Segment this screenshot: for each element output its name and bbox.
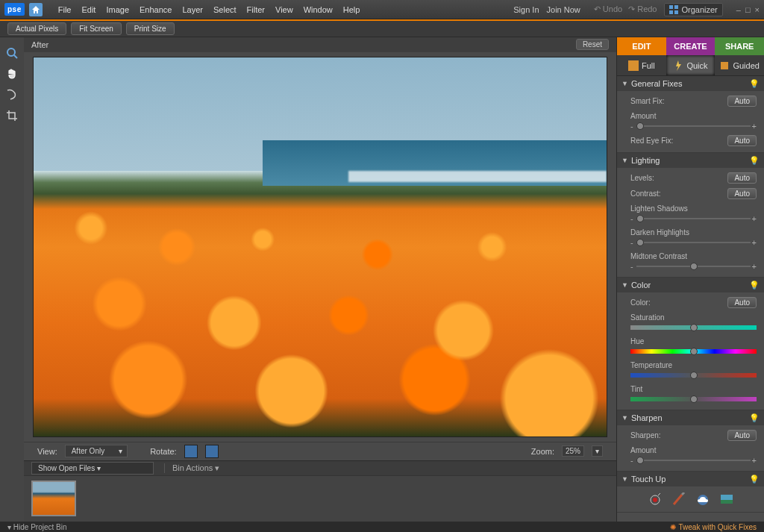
bulb-icon[interactable]: 💡 — [749, 413, 760, 423]
view-value: After Only — [72, 447, 104, 455]
section-header-lighting[interactable]: ▼Lighting💡 — [617, 153, 764, 168]
joinnow-link[interactable]: Join Now — [547, 5, 580, 14]
redeye-label: Red Eye Fix: — [630, 137, 723, 145]
bulb-icon[interactable]: 💡 — [749, 281, 760, 290]
section-header-sharpen[interactable]: ▼Sharpen💡 — [617, 410, 764, 425]
show-open-files-dropdown[interactable]: Show Open Files ▾ — [31, 462, 154, 475]
bulb-icon[interactable]: 💡 — [749, 156, 760, 166]
section-sharpen: ▼Sharpen💡 Sharpen:Auto Amount -+ — [617, 410, 764, 472]
color-label: Color: — [630, 298, 723, 307]
menu-window[interactable]: Window — [298, 5, 338, 14]
menu-edit[interactable]: Edit — [76, 5, 101, 14]
contrast-auto-button[interactable]: Auto — [727, 188, 757, 199]
lighten-label: Lighten Shadows — [630, 204, 688, 213]
redeye-tool-icon[interactable] — [648, 492, 663, 506]
sharpen-slider[interactable]: -+ — [630, 456, 757, 465]
organizer-button[interactable]: Organizer — [664, 3, 722, 16]
rotate-right-button[interactable] — [205, 445, 219, 458]
fit-screen-button[interactable]: Fit Screen — [71, 22, 122, 35]
mode-guided[interactable]: Guided — [715, 55, 764, 75]
canvas-label: After — [31, 40, 48, 49]
tool-column — [0, 37, 24, 522]
sharpen-title: Sharpen — [631, 413, 663, 422]
actual-pixels-button[interactable]: Actual Pixels — [7, 22, 66, 35]
zoom-label: Zoom: — [531, 447, 554, 456]
mode-full[interactable]: Full — [617, 55, 666, 75]
menu-file[interactable]: File — [53, 5, 77, 14]
sharpen-auto-button[interactable]: Auto — [727, 430, 757, 441]
tab-edit[interactable]: EDIT — [617, 37, 666, 55]
menu-select[interactable]: Select — [208, 5, 242, 14]
reset-button[interactable]: Reset — [576, 39, 609, 50]
midtone-slider[interactable]: -+ — [630, 262, 757, 271]
svg-rect-1 — [674, 5, 678, 9]
project-bin — [24, 475, 616, 522]
rotate-left-button[interactable] — [184, 445, 198, 458]
section-general-fixes: ▼General Fixes💡 Smart Fix:Auto Amount -+… — [617, 76, 764, 153]
minimize-button[interactable]: – — [736, 5, 741, 14]
midtone-label: Midtone Contrast — [630, 252, 687, 260]
mode-quick-label: Quick — [686, 61, 707, 70]
levels-label: Levels: — [630, 174, 723, 182]
view-label: View: — [37, 447, 57, 456]
darken-slider[interactable]: -+ — [630, 238, 757, 247]
menu-view[interactable]: View — [270, 5, 298, 14]
menu-enhance[interactable]: Enhance — [134, 5, 177, 14]
tab-share[interactable]: SHARE — [715, 37, 764, 55]
black-white-tool-icon[interactable] — [719, 492, 734, 506]
section-header-color[interactable]: ▼Color💡 — [617, 278, 764, 292]
bin-thumbnail[interactable] — [31, 481, 76, 516]
mode-quick[interactable]: Quick — [666, 55, 716, 75]
home-icon[interactable] — [29, 3, 43, 16]
hand-tool-icon[interactable] — [5, 67, 19, 81]
menu-layer[interactable]: Layer — [177, 5, 208, 14]
tint-slider[interactable] — [630, 395, 757, 404]
general-title: General Fixes — [631, 79, 682, 88]
menu-filter[interactable]: Filter — [242, 5, 270, 14]
section-header-general[interactable]: ▼General Fixes💡 — [617, 76, 764, 91]
sharpen-label: Sharpen: — [630, 431, 723, 439]
blue-sky-tool-icon[interactable] — [695, 492, 710, 506]
temperature-slider[interactable] — [630, 371, 757, 380]
close-button[interactable]: × — [755, 5, 760, 14]
lighten-slider[interactable]: -+ — [630, 214, 757, 223]
smartfix-auto-button[interactable]: Auto — [727, 96, 757, 107]
smartfix-amount-slider[interactable]: -+ — [630, 122, 757, 131]
hide-bin-toggle[interactable]: ▾ Hide Project Bin — [7, 523, 66, 531]
temperature-label: Temperature — [630, 361, 672, 369]
signin-link[interactable]: Sign In — [513, 5, 539, 14]
svg-point-4 — [7, 48, 15, 56]
bulb-icon[interactable]: 💡 — [749, 79, 760, 89]
maximize-button[interactable]: □ — [745, 5, 751, 14]
svg-point-9 — [653, 498, 657, 502]
print-size-button[interactable]: Print Size — [126, 22, 175, 35]
guided-icon — [719, 60, 730, 71]
menu-image[interactable]: Image — [101, 5, 134, 14]
quick-select-tool-icon[interactable] — [5, 88, 19, 101]
crop-tool-icon[interactable] — [5, 109, 19, 122]
svg-rect-6 — [628, 60, 639, 71]
zoom-value[interactable]: 25% — [562, 445, 584, 457]
view-dropdown[interactable]: After Only▾ — [65, 445, 128, 457]
full-icon — [628, 60, 639, 71]
hue-slider[interactable] — [630, 347, 757, 356]
app-logo: pse — [4, 3, 25, 16]
svg-rect-0 — [669, 5, 673, 9]
whiten-teeth-tool-icon[interactable] — [671, 492, 686, 506]
quick-icon — [673, 60, 683, 71]
section-color: ▼Color💡 Color:Auto Saturation Hue Temper… — [617, 278, 764, 410]
menu-help[interactable]: Help — [338, 5, 366, 14]
bulb-icon[interactable]: 💡 — [749, 475, 760, 484]
saturation-slider[interactable] — [630, 323, 757, 332]
color-auto-button[interactable]: Auto — [727, 297, 757, 308]
zoom-dropdown[interactable]: ▾ — [592, 445, 603, 457]
image-canvas[interactable] — [33, 57, 607, 437]
section-header-touchup[interactable]: ▼Touch Up💡 — [617, 472, 764, 486]
tab-create[interactable]: CREATE — [666, 37, 716, 55]
redeye-auto-button[interactable]: Auto — [727, 135, 757, 146]
bin-actions-dropdown[interactable]: Bin Actions ▾ — [164, 463, 609, 473]
zoom-tool-icon[interactable] — [5, 46, 19, 60]
redo-button[interactable]: ↷ Redo — [628, 4, 657, 14]
undo-button[interactable]: ↶ Undo — [594, 4, 622, 14]
levels-auto-button[interactable]: Auto — [727, 172, 757, 184]
